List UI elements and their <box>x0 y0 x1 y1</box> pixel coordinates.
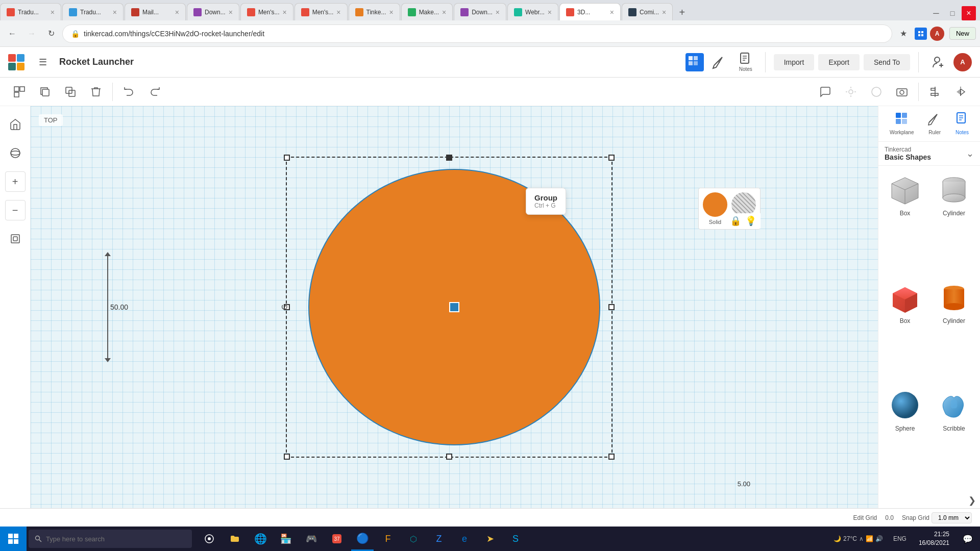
tab-2[interactable]: Tradu... × <box>62 3 124 20</box>
comment-button[interactable] <box>814 81 837 103</box>
redo-button[interactable] <box>143 81 166 103</box>
taskbar-search-input[interactable] <box>46 535 179 543</box>
handle-t[interactable] <box>446 155 452 161</box>
center-handle[interactable] <box>449 302 459 312</box>
extension-button[interactable] <box>915 28 927 40</box>
copy-button[interactable] <box>34 81 56 103</box>
taskbar-zoom[interactable]: Z <box>428 527 450 551</box>
canvas-area[interactable]: TOP <box>31 106 878 508</box>
shape-toggle-button[interactable] <box>865 81 888 103</box>
shape-item-scribble[interactable]: Scribble <box>932 385 976 489</box>
tab-close-9[interactable]: × <box>496 8 500 16</box>
mirror-button[interactable] <box>949 81 972 103</box>
edit-grid-label[interactable]: Edit Grid <box>853 514 877 521</box>
tab-1[interactable]: Tradu... × <box>0 3 61 20</box>
tray-arrow[interactable]: ∧ <box>859 535 864 542</box>
duplicate-button[interactable] <box>59 81 82 103</box>
tab-8[interactable]: Make... × <box>401 3 453 20</box>
light-button[interactable] <box>840 81 862 103</box>
import-button[interactable]: Import <box>774 54 815 70</box>
hamburger-menu[interactable]: ☰ <box>35 55 51 70</box>
shape-item-box-red[interactable]: Box <box>883 278 927 381</box>
tab-5[interactable]: Men's... × <box>240 3 293 20</box>
forward-button[interactable]: → <box>23 26 40 42</box>
tab-close-4[interactable]: × <box>229 8 233 16</box>
start-button[interactable] <box>0 527 27 551</box>
minimize-button[interactable]: ─ <box>929 6 943 20</box>
bookmark-button[interactable]: ★ <box>895 26 912 42</box>
taskbar-store[interactable]: 🏪 <box>275 527 297 551</box>
tab-12[interactable]: Comi... × <box>622 3 673 20</box>
handle-tr[interactable] <box>608 155 615 161</box>
zoom-out-button[interactable]: − <box>5 200 26 220</box>
handle-bl[interactable] <box>284 454 290 460</box>
clock[interactable]: 21:25 16/08/2021 <box>913 530 955 547</box>
shape-item-cylinder-wire[interactable]: Cylinder <box>932 170 976 273</box>
taskbar-task-view[interactable] <box>198 527 220 551</box>
fit-view-button[interactable] <box>5 229 26 249</box>
taskbar-steam[interactable]: 🎮 <box>300 527 323 551</box>
add-collaborator-button[interactable] <box>927 53 949 71</box>
url-bar[interactable]: 🔒 tinkercad.com/things/cCE3HiNw2dO-rocke… <box>62 24 892 43</box>
browser-new-tab[interactable]: New <box>949 27 976 40</box>
send-to-button[interactable]: Send To <box>864 54 910 70</box>
handle-b[interactable] <box>446 454 452 460</box>
shape-item-sphere[interactable]: Sphere <box>883 385 927 489</box>
tab-11[interactable]: 3D... × <box>559 3 621 20</box>
taskbar-edge-2[interactable]: e <box>453 527 476 551</box>
workplane-panel-button[interactable]: Workplane <box>886 110 918 137</box>
ruler-button[interactable] <box>708 53 730 71</box>
tab-close-11[interactable]: × <box>610 8 614 16</box>
snap-grid-select[interactable]: 1.0 mm 0.5 mm 0.1 mm <box>932 512 972 523</box>
tab-4[interactable]: Down... × <box>187 3 239 20</box>
solid-option[interactable]: Solid <box>703 192 727 225</box>
delete-button[interactable] <box>85 81 107 103</box>
tab-3[interactable]: Mail... × <box>125 3 186 20</box>
taskbar-arduino[interactable]: ⬡ <box>402 527 425 551</box>
tab-close-12[interactable]: × <box>662 8 666 16</box>
taskbar-skype[interactable]: S <box>504 527 527 551</box>
close-button[interactable]: × <box>962 6 976 20</box>
taskbar-app-f[interactable]: F <box>377 527 399 551</box>
lock-shape-button[interactable]: 🔒 <box>730 215 741 227</box>
rotate-view-button[interactable] <box>5 143 26 163</box>
tab-close-3[interactable]: × <box>175 8 179 16</box>
taskbar-badge-37[interactable]: 37 <box>326 527 348 551</box>
workplane-button[interactable] <box>685 53 704 71</box>
ruler-panel-button[interactable]: Ruler <box>924 110 945 137</box>
align-button[interactable] <box>924 81 946 103</box>
tab-close-7[interactable]: × <box>389 8 393 16</box>
camera-button[interactable] <box>891 81 913 103</box>
light-shape-button[interactable]: 💡 <box>745 215 756 227</box>
undo-button[interactable] <box>118 81 140 103</box>
taskbar-edge[interactable]: 🌐 <box>249 527 272 551</box>
notes-button[interactable]: Notes <box>734 50 757 74</box>
tab-close-6[interactable]: × <box>336 8 340 16</box>
taskbar-search[interactable] <box>29 530 192 548</box>
tab-close-8[interactable]: × <box>442 8 446 16</box>
zoom-in-button[interactable]: + <box>5 171 26 192</box>
scroll-right-arrow[interactable]: ❯ <box>968 495 976 506</box>
shapes-dropdown-button[interactable]: ⌄ <box>966 148 974 159</box>
maximize-button[interactable]: □ <box>945 6 960 20</box>
tab-7[interactable]: Tinke... × <box>349 3 400 20</box>
tab-10[interactable]: Webr... × <box>507 3 558 20</box>
notes-panel-button[interactable]: Notes <box>951 110 973 137</box>
rotate-handle[interactable]: ↺ <box>281 302 288 313</box>
tab-6[interactable]: Men's... × <box>295 3 348 20</box>
solid-color-circle[interactable] <box>703 192 727 217</box>
taskbar-app-arrow[interactable]: ➤ <box>479 527 501 551</box>
taskbar-file-explorer[interactable] <box>224 527 246 551</box>
notification-button[interactable]: 💬 <box>960 527 976 551</box>
back-button[interactable]: ← <box>4 26 20 42</box>
profile-button[interactable]: A <box>930 27 944 41</box>
reload-button[interactable]: ↻ <box>43 26 59 42</box>
tab-close-1[interactable]: × <box>51 8 55 16</box>
tab-close-2[interactable]: × <box>113 8 117 16</box>
new-shape-button[interactable] <box>8 81 31 103</box>
taskbar-chrome[interactable]: 🔵 <box>351 527 374 551</box>
tab-close-5[interactable]: × <box>283 8 287 16</box>
export-button[interactable]: Export <box>818 54 859 70</box>
shape-item-box-wire[interactable]: Box <box>883 170 927 273</box>
shape-item-cylinder-orange[interactable]: Cylinder <box>932 278 976 381</box>
